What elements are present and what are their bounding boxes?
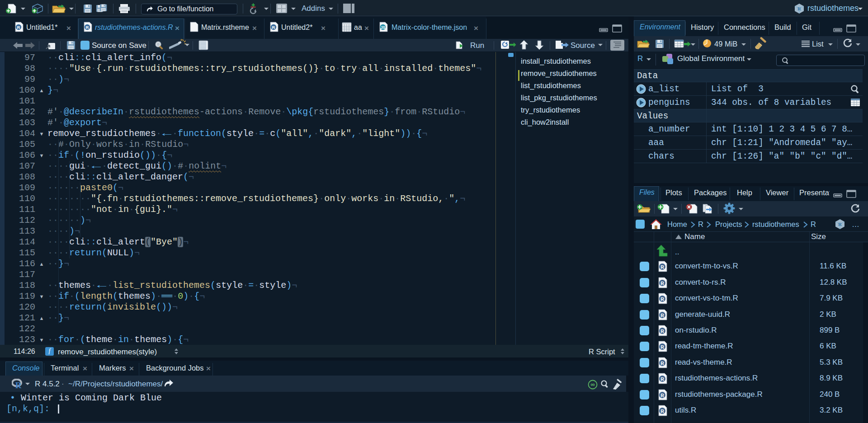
- svg-text:R: R: [17, 25, 20, 30]
- svg-text:R: R: [660, 376, 664, 382]
- svg-text:R: R: [797, 6, 802, 11]
- svg-text:∞: ∞: [590, 381, 594, 388]
- svg-text:R: R: [660, 280, 664, 286]
- svg-text:R: R: [660, 312, 664, 318]
- svg-text:R: R: [86, 25, 89, 30]
- svg-text:R: R: [838, 221, 842, 227]
- svg-text:R: R: [660, 329, 664, 334]
- svg-text:JS: JS: [381, 25, 386, 30]
- svg-text:R: R: [660, 392, 664, 398]
- svg-text:R: R: [272, 25, 275, 30]
- svg-text:R: R: [660, 360, 664, 366]
- svg-text:R: R: [660, 409, 664, 414]
- svg-text:R: R: [660, 344, 664, 350]
- svg-text:R: R: [660, 264, 664, 270]
- svg-text:R: R: [15, 381, 22, 390]
- svg-text:R: R: [660, 296, 664, 302]
